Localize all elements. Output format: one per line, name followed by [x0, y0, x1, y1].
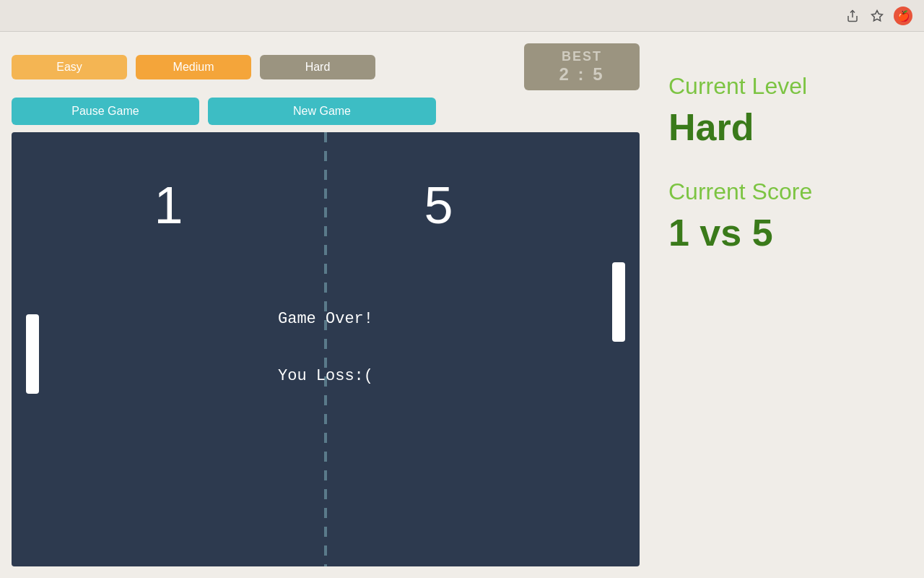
paddle-left: [26, 314, 39, 394]
info-panel: Current Level Hard Current Score 1 vs 5: [654, 43, 912, 566]
score-right: 5: [424, 176, 453, 235]
action-row: Pause Game New Game: [12, 98, 640, 125]
you-loss-text: You Loss:(: [278, 366, 373, 384]
current-score-value: 1 vs 5: [668, 212, 773, 254]
current-level-label: Current Level: [668, 72, 807, 100]
controls-row: Easy Medium Hard BEST 2 : 5: [12, 43, 640, 90]
hard-button[interactable]: Hard: [260, 55, 375, 79]
current-score-label: Current Score: [668, 178, 812, 205]
score-left: 1: [154, 176, 183, 235]
game-over-text: Game Over!: [278, 310, 373, 328]
paddle-right: [612, 262, 625, 342]
browser-chrome: 🍎: [0, 0, 924, 32]
best-score-value: 2 : 5: [539, 64, 625, 85]
notification-icon[interactable]: 🍎: [894, 7, 912, 25]
bookmark-icon[interactable]: [869, 8, 885, 24]
new-game-button[interactable]: New Game: [208, 98, 436, 125]
share-icon[interactable]: [845, 8, 860, 24]
best-score-box: BEST 2 : 5: [524, 43, 640, 90]
game-panel: Easy Medium Hard BEST 2 : 5 Pause Game N…: [12, 43, 640, 566]
game-canvas: 1 5 Game Over! You Loss:(: [12, 132, 640, 566]
medium-button[interactable]: Medium: [136, 55, 251, 79]
best-score-label: BEST: [539, 49, 625, 64]
current-level-value: Hard: [668, 107, 754, 148]
main-container: Easy Medium Hard BEST 2 : 5 Pause Game N…: [0, 32, 924, 578]
easy-button[interactable]: Easy: [12, 55, 127, 79]
svg-marker-1: [872, 10, 883, 20]
pause-button[interactable]: Pause Game: [12, 98, 199, 125]
center-line: [324, 132, 327, 566]
